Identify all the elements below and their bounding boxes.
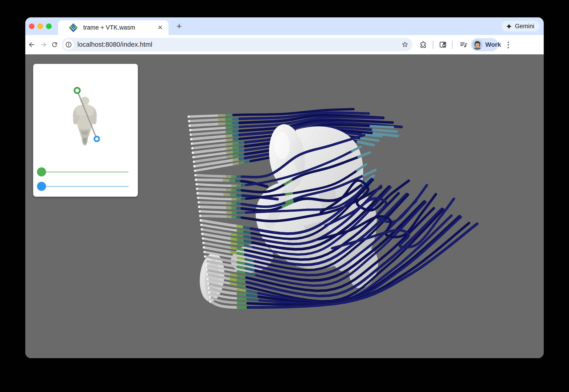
avatar: [472, 40, 483, 50]
toolbar: localhost:8080/index.html: [25, 35, 544, 54]
gemini-label: Gemini: [515, 23, 534, 30]
profile-label: Work: [485, 41, 501, 48]
tab-trame-vtk[interactable]: trame + VTK.wasm ✕: [58, 20, 169, 35]
slider-seed-end: [33, 182, 138, 191]
address-bar[interactable]: localhost:8080/index.html: [62, 38, 412, 51]
back-button[interactable]: [27, 40, 37, 50]
control-panel-card: [33, 64, 138, 197]
slider-track-green[interactable]: [42, 171, 128, 172]
line-seed-widget[interactable]: [33, 84, 138, 152]
media-controls-icon[interactable]: [459, 40, 469, 50]
seed-start-handle[interactable]: [74, 88, 80, 93]
zoom-window-button[interactable]: [46, 24, 52, 29]
more-menu-icon[interactable]: ⋮: [503, 40, 513, 50]
tab-search-icon[interactable]: [438, 40, 448, 50]
url-text[interactable]: localhost:8080/index.html: [77, 41, 152, 48]
slider-seed-start: [33, 167, 138, 176]
new-tab-button[interactable]: +: [172, 19, 186, 33]
profile-button[interactable]: Work: [471, 38, 498, 51]
toolbar-separator: [452, 41, 453, 49]
tab-title: trame + VTK.wasm: [83, 24, 156, 31]
desktop: { "chrome": { "traffic_lights": [ {"name…: [0, 0, 569, 392]
tab-close-icon[interactable]: ✕: [156, 24, 164, 32]
forward-button[interactable]: [39, 40, 48, 50]
minimize-window-button[interactable]: [37, 24, 43, 29]
slider-track-blue[interactable]: [42, 186, 128, 187]
close-window-button[interactable]: [29, 24, 35, 29]
tab-strip: trame + VTK.wasm ✕ + Gemini: [25, 17, 544, 35]
browser-window: trame + VTK.wasm ✕ + Gemini localhost:80…: [25, 17, 544, 358]
gemini-sparkle-icon: [506, 23, 512, 29]
trame-favicon-icon: [68, 23, 78, 33]
slider-thumb-green[interactable]: [37, 167, 46, 176]
extensions-icon[interactable]: [418, 40, 428, 50]
gemini-button[interactable]: Gemini: [501, 21, 540, 32]
seed-end-handle[interactable]: [95, 137, 99, 141]
bookmark-star-icon[interactable]: [400, 40, 410, 49]
site-info-icon[interactable]: [63, 39, 74, 50]
mini-motorcycle-image: [72, 97, 98, 145]
slider-thumb-blue[interactable]: [37, 182, 46, 191]
toolbar-separator: [433, 41, 433, 49]
traffic-lights: [29, 24, 52, 29]
reload-button[interactable]: [50, 40, 59, 50]
vtk-viewport[interactable]: [25, 54, 544, 358]
